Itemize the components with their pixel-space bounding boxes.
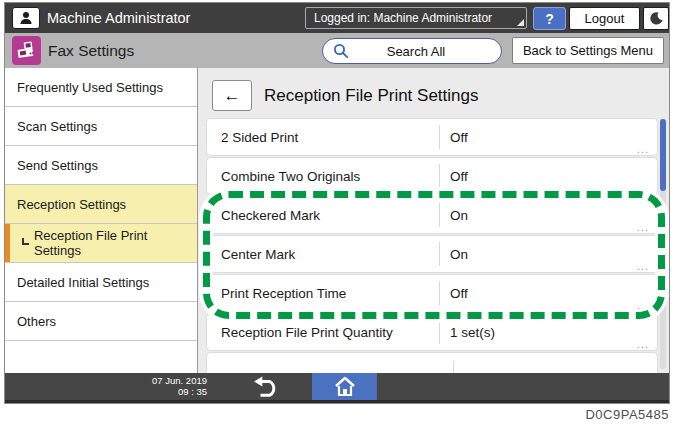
return-arrow-icon (249, 376, 283, 398)
sidebar-item-label: Detailed Initial Settings (17, 275, 149, 290)
date-label: 07 Jun. 2019 (152, 375, 207, 386)
more-ellipsis-icon: ... (637, 339, 649, 349)
sidebar-item[interactable]: Frequently Used Settings (5, 68, 197, 107)
fax-settings-icon (12, 36, 41, 65)
setting-label: Checkered Mark (207, 208, 439, 223)
setting-value: On (440, 208, 468, 223)
more-ellipsis-icon: ... (637, 261, 649, 271)
fax-machine-icon (16, 40, 37, 61)
sidebar-item-label: Reception Settings (17, 197, 126, 212)
search-icon (333, 43, 349, 59)
app-bar: Fax Settings Search All Back to Settings… (5, 33, 669, 68)
settings-sidebar: Frequently Used Settings Scan Settings S… (5, 68, 198, 373)
sidebar-item-label: Frequently Used Settings (17, 80, 163, 95)
setting-row[interactable]: Print Reception Time Off ... (207, 275, 657, 311)
home-button[interactable] (312, 373, 377, 400)
sidebar-item[interactable]: Reception Settings (5, 185, 197, 224)
top-bar: Machine Administrator Logged in: Machine… (5, 3, 669, 33)
sidebar-item[interactable]: Send Settings (5, 146, 197, 185)
device-screen: Machine Administrator Logged in: Machine… (5, 3, 669, 403)
back-arrow-icon: ← (224, 86, 241, 106)
date-time: 07 Jun. 2019 09 : 35 (152, 375, 207, 397)
logout-button[interactable]: Logout (569, 7, 640, 30)
help-button[interactable]: ? (533, 7, 566, 30)
main-panel: ← Reception File Print Settings 2 Sided … (198, 68, 669, 373)
user-name: Machine Administrator (47, 3, 190, 33)
scrollbar-thumb[interactable] (660, 119, 666, 191)
sidebar-item-label: Others (17, 314, 56, 329)
setting-row[interactable]: Reception File Print Quantity 1 set(s) .… (207, 314, 657, 350)
login-status-label: Logged in: Machine Administrator (314, 11, 492, 25)
sidebar-item[interactable]: Reception File Print Settings (5, 224, 197, 263)
more-ellipsis-icon: ... (637, 222, 649, 232)
sidebar-item[interactable]: Detailed Initial Settings (5, 263, 197, 302)
settings-rows: 2 Sided Print Off ... Combine Two Origin… (207, 119, 657, 353)
back-key-button[interactable] (238, 373, 294, 400)
sidebar-item-label: Reception File Print Settings (34, 228, 197, 258)
moon-icon (649, 11, 664, 26)
more-ellipsis-icon: ... (637, 300, 649, 310)
row-divider (453, 361, 454, 373)
setting-value: Off (440, 130, 468, 145)
setting-row[interactable]: Checkered Mark On ... (207, 197, 657, 233)
login-dropdown-triangle-icon (517, 19, 524, 26)
user-icon[interactable] (12, 7, 40, 29)
setting-label: 2 Sided Print (207, 130, 439, 145)
sidebar-item-label: Send Settings (17, 158, 98, 173)
sidebar-item-label: Scan Settings (17, 119, 97, 134)
setting-value: On (440, 247, 468, 262)
setting-label: Combine Two Originals (207, 169, 439, 184)
home-icon (333, 376, 357, 398)
footer-bar: 07 Jun. 2019 09 : 35 (5, 373, 669, 403)
setting-row[interactable]: Combine Two Originals Off ... (207, 158, 657, 194)
more-ellipsis-icon: ... (637, 183, 649, 193)
person-icon (18, 10, 34, 26)
screenshot-stage: Machine Administrator Logged in: Machine… (0, 0, 691, 427)
setting-row[interactable]: 2 Sided Print Off ... (207, 119, 657, 155)
figure-code: D0C9PA5485 (585, 407, 669, 422)
setting-label: Reception File Print Quantity (207, 325, 439, 340)
setting-value: 1 set(s) (440, 325, 495, 340)
more-ellipsis-icon: ... (637, 144, 649, 154)
login-status-box[interactable]: Logged in: Machine Administrator (305, 7, 527, 29)
panel-header: ← Reception File Print Settings (212, 80, 479, 111)
page-title: Reception File Print Settings (264, 86, 479, 106)
search-all-button[interactable]: Search All (322, 38, 502, 64)
setting-label: Center Mark (207, 247, 439, 262)
search-all-label: Search All (349, 44, 483, 59)
setting-value: Off (440, 286, 468, 301)
back-to-settings-menu-button[interactable]: Back to Settings Menu (512, 37, 664, 64)
scrollbar-track[interactable] (660, 119, 666, 369)
partial-next-row[interactable] (207, 353, 657, 373)
time-label: 09 : 35 (152, 386, 207, 397)
setting-row[interactable]: Center Mark On ... (207, 236, 657, 272)
app-title: Fax Settings (48, 33, 134, 68)
footer-bottom-strip (5, 400, 669, 403)
energy-saver-button[interactable] (643, 7, 669, 30)
sidebar-item[interactable]: Others (5, 302, 197, 341)
setting-value: Off (440, 169, 468, 184)
selected-accent-bar (5, 224, 10, 262)
branch-icon (22, 238, 29, 245)
sidebar-item[interactable]: Scan Settings (5, 107, 197, 146)
setting-label: Print Reception Time (207, 286, 439, 301)
back-button[interactable]: ← (212, 80, 252, 111)
